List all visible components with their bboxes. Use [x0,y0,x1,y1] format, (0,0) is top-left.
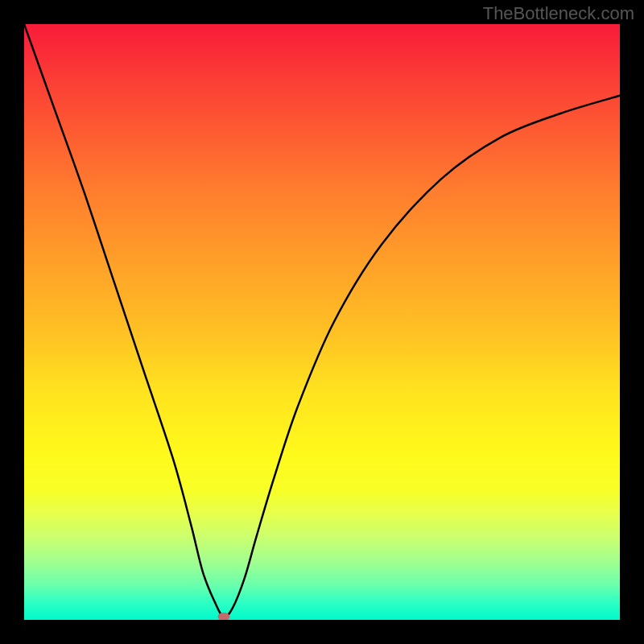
optimum-marker [217,613,229,620]
chart-plot-area [24,24,620,620]
watermark-text: TheBottleneck.com [483,3,634,24]
chart-line-svg [24,24,620,620]
bottleneck-curve-path [24,24,620,617]
